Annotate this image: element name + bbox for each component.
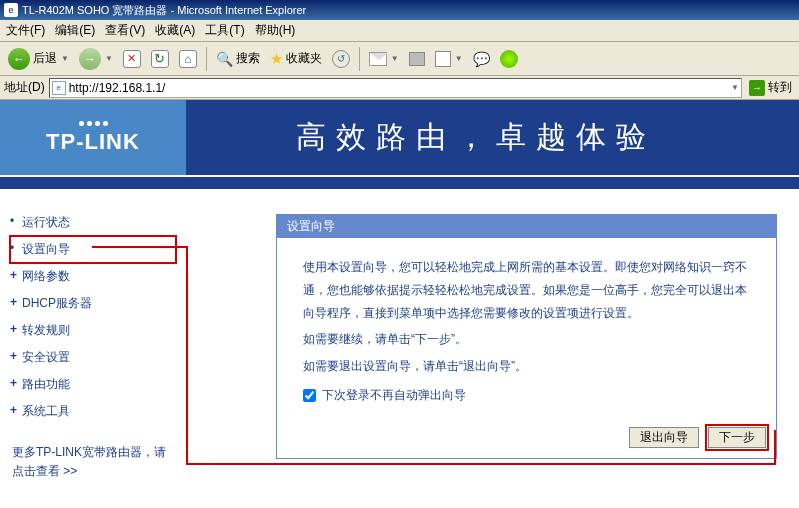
messenger-icon xyxy=(500,50,518,68)
nav-status[interactable]: 运行状态 xyxy=(10,209,176,236)
menubar: 文件(F) 编辑(E) 查看(V) 收藏(A) 工具(T) 帮助(H) xyxy=(0,20,799,42)
menu-view[interactable]: 查看(V) xyxy=(105,22,145,39)
back-button[interactable]: ← 后退 ▼ xyxy=(4,46,73,72)
menu-help[interactable]: 帮助(H) xyxy=(255,22,296,39)
nav-security[interactable]: 安全设置 xyxy=(10,344,176,371)
search-icon: 🔍 xyxy=(216,51,233,67)
home-button[interactable]: ⌂ xyxy=(175,48,201,70)
chevron-down-icon: ▼ xyxy=(391,54,399,63)
nav-list: 运行状态 设置向导 网络参数 DHCP服务器 转发规则 安全设置 路由功能 系统… xyxy=(10,209,176,425)
chevron-down-icon: ▼ xyxy=(455,54,463,63)
content-area: 运行状态 设置向导 网络参数 DHCP服务器 转发规则 安全设置 路由功能 系统… xyxy=(0,189,799,501)
separator xyxy=(206,47,207,71)
refresh-button[interactable]: ↻ xyxy=(147,48,173,70)
page-header: TP-LINK 高效路由，卓越体验 xyxy=(0,100,799,175)
nav-routing[interactable]: 路由功能 xyxy=(10,371,176,398)
favorites-label: 收藏夹 xyxy=(286,50,322,67)
printer-icon xyxy=(409,52,425,66)
star-icon: ★ xyxy=(270,50,283,68)
menu-tools[interactable]: 工具(T) xyxy=(205,22,244,39)
more-link[interactable]: 更多TP-LINK宽带路由器，请点击查看 >> xyxy=(10,443,176,481)
nav-system[interactable]: 系统工具 xyxy=(10,398,176,425)
messenger-button[interactable] xyxy=(496,48,522,70)
page-icon: e xyxy=(52,81,66,95)
nav-dhcp[interactable]: DHCP服务器 xyxy=(10,290,176,317)
history-button[interactable]: ↺ xyxy=(328,48,354,70)
sidebar: 运行状态 设置向导 网络参数 DHCP服务器 转发规则 安全设置 路由功能 系统… xyxy=(0,189,186,501)
stop-button[interactable]: ✕ xyxy=(119,48,145,70)
go-icon: → xyxy=(749,80,765,96)
checkbox-row: 下次登录不再自动弹出向导 xyxy=(303,384,750,407)
slogan-banner: 高效路由，卓越体验 xyxy=(186,100,799,175)
address-bar: 地址(D) e ▼ → 转到 xyxy=(0,76,799,100)
home-icon: ⌂ xyxy=(179,50,197,68)
menu-favorites[interactable]: 收藏(A) xyxy=(155,22,195,39)
edit-button[interactable]: ▼ xyxy=(431,49,467,69)
wizard-text-3: 如需要退出设置向导，请单击“退出向导”。 xyxy=(303,355,750,378)
button-row: 退出向导 下一步 xyxy=(277,421,776,458)
checkbox-label: 下次登录不再自动弹出向导 xyxy=(322,384,466,407)
address-input-wrap[interactable]: e ▼ xyxy=(49,78,742,98)
discuss-icon: 💬 xyxy=(473,51,490,67)
forward-icon: → xyxy=(79,48,101,70)
brand-text: TP-LINK xyxy=(46,129,140,155)
menu-edit[interactable]: 编辑(E) xyxy=(55,22,95,39)
stop-icon: ✕ xyxy=(123,50,141,68)
address-label: 地址(D) xyxy=(4,79,45,96)
divider-bar xyxy=(0,175,799,189)
no-popup-checkbox[interactable] xyxy=(303,389,316,402)
toolbar: ← 后退 ▼ → ▼ ✕ ↻ ⌂ 🔍 搜索 ★ 收藏夹 ↺ ▼ ▼ 💬 xyxy=(0,42,799,76)
chevron-down-icon: ▼ xyxy=(105,54,113,63)
nav-network[interactable]: 网络参数 xyxy=(10,263,176,290)
favorites-button[interactable]: ★ 收藏夹 xyxy=(266,48,326,70)
nav-wizard[interactable]: 设置向导 xyxy=(10,236,176,263)
forward-button[interactable]: → ▼ xyxy=(75,46,117,72)
logo-area: TP-LINK xyxy=(0,100,186,175)
back-label: 后退 xyxy=(33,50,57,67)
discuss-button[interactable]: 💬 xyxy=(469,49,494,69)
url-input[interactable] xyxy=(69,81,730,95)
menu-file[interactable]: 文件(F) xyxy=(6,22,45,39)
mail-button[interactable]: ▼ xyxy=(365,50,403,68)
page-content: TP-LINK 高效路由，卓越体验 运行状态 设置向导 网络参数 DHCP服务器… xyxy=(0,100,799,501)
chevron-down-icon: ▼ xyxy=(61,54,69,63)
history-icon: ↺ xyxy=(332,50,350,68)
window-title: TL-R402M SOHO 宽带路由器 - Microsoft Internet… xyxy=(22,3,306,18)
wizard-panel: 设置向导 使用本设置向导，您可以轻松地完成上网所需的基本设置。即使您对网络知识一… xyxy=(276,214,777,459)
search-label: 搜索 xyxy=(236,50,260,67)
next-button[interactable]: 下一步 xyxy=(708,427,766,448)
wizard-text-2: 如需要继续，请单击“下一步”。 xyxy=(303,328,750,351)
print-button[interactable] xyxy=(405,50,429,68)
chevron-down-icon[interactable]: ▼ xyxy=(731,83,739,92)
separator xyxy=(359,47,360,71)
search-button[interactable]: 🔍 搜索 xyxy=(212,48,264,69)
go-label: 转到 xyxy=(768,79,792,96)
logo-dots xyxy=(79,121,108,126)
panel-body: 使用本设置向导，您可以轻松地完成上网所需的基本设置。即使您对网络知识一窍不通，您… xyxy=(277,238,776,421)
refresh-icon: ↻ xyxy=(151,50,169,68)
mail-icon xyxy=(369,52,387,66)
exit-wizard-button[interactable]: 退出向导 xyxy=(629,427,699,448)
wizard-text-1: 使用本设置向导，您可以轻松地完成上网所需的基本设置。即使您对网络知识一窍不通，您… xyxy=(303,256,750,324)
window-titlebar: e TL-R402M SOHO 宽带路由器 - Microsoft Intern… xyxy=(0,0,799,20)
main-panel-area: 设置向导 使用本设置向导，您可以轻松地完成上网所需的基本设置。即使您对网络知识一… xyxy=(186,189,799,501)
back-icon: ← xyxy=(8,48,30,70)
nav-forward[interactable]: 转发规则 xyxy=(10,317,176,344)
panel-title: 设置向导 xyxy=(277,215,776,238)
ie-icon: e xyxy=(4,3,18,17)
edit-icon xyxy=(435,51,451,67)
go-button[interactable]: → 转到 xyxy=(746,79,795,96)
